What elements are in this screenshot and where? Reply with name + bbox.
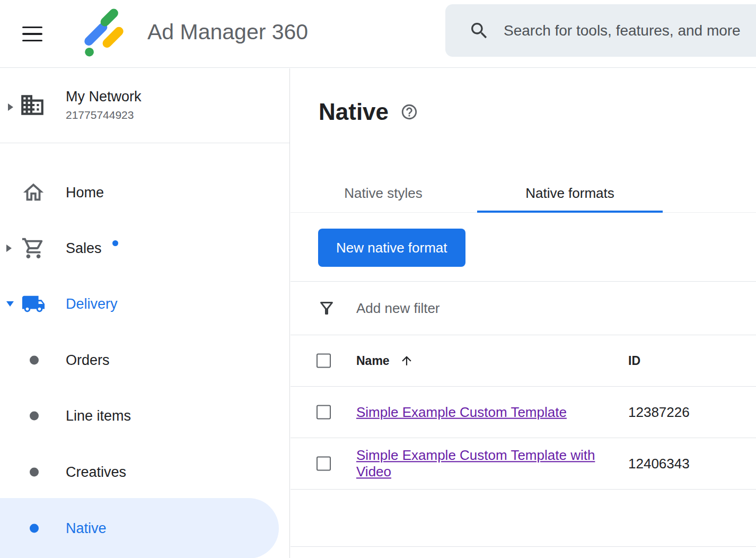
delivery-truck-icon: [21, 292, 46, 316]
column-header-name[interactable]: Name: [356, 354, 390, 368]
sidebar-item-line-items[interactable]: Line items: [0, 388, 289, 444]
ad-manager-app: Ad Manager 360 Search for tools, feature…: [0, 0, 756, 558]
bullet-icon: [30, 412, 39, 421]
table-row: Simple Example Custom Template with Vide…: [291, 438, 756, 490]
network-building-icon: [19, 92, 46, 118]
ad-manager-logo-icon: [78, 8, 128, 58]
row-checkbox[interactable]: [317, 405, 331, 420]
search-bar[interactable]: Search for tools, features, and more: [445, 4, 756, 57]
native-format-link[interactable]: Simple Example Custom Template with Vide…: [356, 447, 610, 479]
new-native-format-button[interactable]: New native format: [318, 229, 465, 267]
tab-native-formats[interactable]: Native formats: [477, 174, 663, 213]
shopping-cart-icon: [21, 236, 46, 260]
sidebar-item-home[interactable]: Home: [0, 164, 289, 221]
hamburger-bar: [22, 27, 42, 29]
sidebar-item-label: Line items: [66, 408, 131, 424]
sort-ascending-icon[interactable]: [400, 354, 414, 368]
table-footer-spacer: [291, 490, 756, 547]
bullet-icon: [30, 468, 39, 477]
sidebar-item-orders[interactable]: Orders: [0, 332, 289, 388]
sidebar-item-creatives[interactable]: Creatives: [0, 444, 289, 500]
help-icon[interactable]: [400, 103, 418, 121]
sidebar-item-native[interactable]: Native: [0, 498, 279, 558]
sidebar-item-label: Delivery: [66, 296, 118, 312]
native-format-id: 12406343: [628, 456, 690, 472]
home-icon: [21, 180, 46, 205]
page-title: Native: [319, 99, 389, 125]
table-header-row: Name ID: [291, 335, 756, 387]
native-format-id: 12387226: [628, 404, 690, 421]
filter-funnel-icon: [317, 299, 336, 318]
tabbar: Native styles Native formats: [291, 174, 756, 213]
page-title-row: Native: [319, 97, 418, 127]
search-icon: [469, 20, 490, 41]
filter-bar[interactable]: Add new filter: [291, 281, 756, 335]
sidebar-item-delivery[interactable]: Delivery: [0, 276, 289, 332]
notification-dot: [112, 240, 118, 246]
sidebar-item-label: Orders: [66, 352, 110, 369]
row-checkbox[interactable]: [317, 457, 331, 471]
network-selector[interactable]: My Network 21775744923: [0, 68, 289, 143]
table-row: Simple Example Custom Template 12387226: [291, 387, 756, 438]
chevron-down-icon: [5, 300, 15, 308]
bullet-icon: [30, 524, 39, 533]
native-format-link[interactable]: Simple Example Custom Template: [356, 404, 567, 421]
search-placeholder: Search for tools, features, and more: [504, 22, 741, 39]
tab-native-styles[interactable]: Native styles: [306, 174, 460, 213]
chevron-right-icon: [5, 243, 13, 253]
hamburger-bar: [22, 40, 42, 42]
sidebar-item-label: Home: [66, 185, 104, 201]
network-name: My Network: [66, 89, 142, 105]
bullet-icon: [30, 356, 39, 365]
add-filter-label: Add new filter: [356, 300, 440, 317]
hamburger-bar: [22, 33, 42, 35]
sidebar-item-label: Sales: [66, 240, 102, 257]
select-all-checkbox[interactable]: [317, 354, 331, 368]
sidebar: My Network 21775744923 Home Sales: [0, 68, 290, 558]
chevron-right-icon: [7, 102, 14, 112]
sidebar-divider: [0, 143, 289, 143]
network-id: 21775744923: [66, 109, 134, 121]
sidebar-item-label: Native: [66, 520, 107, 537]
hamburger-menu-button[interactable]: [22, 23, 43, 45]
sidebar-item-label: Creatives: [66, 464, 126, 481]
topbar: Ad Manager 360 Search for tools, feature…: [0, 0, 756, 68]
main-content: Native Native styles Native formats New …: [291, 68, 756, 558]
column-header-id: ID: [628, 354, 640, 368]
sidebar-item-sales[interactable]: Sales: [0, 220, 289, 276]
app-title: Ad Manager 360: [147, 20, 308, 45]
